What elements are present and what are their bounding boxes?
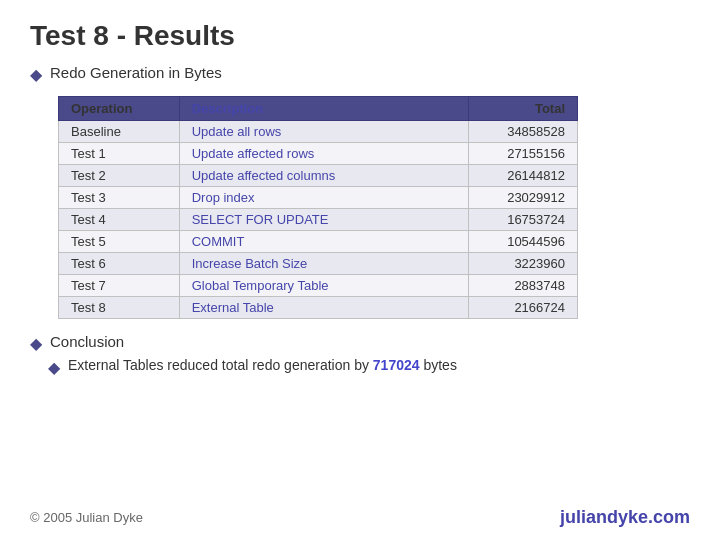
- bullet1-icon: ◆: [30, 65, 42, 84]
- footer: © 2005 Julian Dyke juliandyke.com: [30, 507, 690, 528]
- conclusion-inner: ◆ External Tables reduced total redo gen…: [48, 357, 690, 377]
- cell-total: 10544596: [469, 231, 578, 253]
- cell-operation: Test 8: [59, 297, 180, 319]
- cell-description: Update all rows: [179, 121, 469, 143]
- col-header-total: Total: [469, 97, 578, 121]
- bullet2-icon: ◆: [30, 334, 42, 353]
- conclusion-prefix: External Tables reduced total redo gener…: [68, 357, 373, 373]
- page-title: Test 8 - Results: [30, 20, 690, 52]
- cell-operation: Baseline: [59, 121, 180, 143]
- conclusion-outer: ◆ Conclusion: [30, 333, 690, 353]
- table-row: Test 2Update affected columns26144812: [59, 165, 578, 187]
- cell-operation: Test 2: [59, 165, 180, 187]
- footer-copyright: © 2005 Julian Dyke: [30, 510, 143, 525]
- cell-operation: Test 3: [59, 187, 180, 209]
- cell-total: 2883748: [469, 275, 578, 297]
- bullet2-section: ◆ Conclusion ◆ External Tables reduced t…: [30, 333, 690, 377]
- results-table: Operation Description Total BaselineUpda…: [58, 96, 578, 319]
- cell-description: Increase Batch Size: [179, 253, 469, 275]
- footer-website: juliandyke.com: [560, 507, 690, 528]
- cell-description: Drop index: [179, 187, 469, 209]
- table-row: Test 6Increase Batch Size3223960: [59, 253, 578, 275]
- table-row: Test 4SELECT FOR UPDATE16753724: [59, 209, 578, 231]
- cell-total: 16753724: [469, 209, 578, 231]
- table-row: Test 8External Table2166724: [59, 297, 578, 319]
- cell-total: 3223960: [469, 253, 578, 275]
- table-row: Test 5COMMIT10544596: [59, 231, 578, 253]
- cell-operation: Test 4: [59, 209, 180, 231]
- cell-total: 26144812: [469, 165, 578, 187]
- cell-operation: Test 6: [59, 253, 180, 275]
- bullet2-label: Conclusion: [50, 333, 124, 350]
- table-row: Test 1Update affected rows27155156: [59, 143, 578, 165]
- cell-total: 34858528: [469, 121, 578, 143]
- conclusion-suffix: bytes: [420, 357, 457, 373]
- cell-operation: Test 7: [59, 275, 180, 297]
- table-row: BaselineUpdate all rows34858528: [59, 121, 578, 143]
- page: Test 8 - Results ◆ Redo Generation in By…: [0, 0, 720, 540]
- cell-description: External Table: [179, 297, 469, 319]
- cell-operation: Test 1: [59, 143, 180, 165]
- table-row: Test 3Drop index23029912: [59, 187, 578, 209]
- cell-operation: Test 5: [59, 231, 180, 253]
- bullet1-label: Redo Generation in Bytes: [50, 64, 222, 81]
- bullet2-sub-icon: ◆: [48, 358, 60, 377]
- bullet1-section: ◆ Redo Generation in Bytes: [30, 64, 690, 84]
- data-table-container: Operation Description Total BaselineUpda…: [58, 96, 690, 319]
- table-row: Test 7Global Temporary Table2883748: [59, 275, 578, 297]
- conclusion-highlight: 717024: [373, 357, 420, 373]
- cell-total: 2166724: [469, 297, 578, 319]
- col-header-description: Description: [179, 97, 469, 121]
- cell-description: Update affected columns: [179, 165, 469, 187]
- cell-total: 27155156: [469, 143, 578, 165]
- cell-description: COMMIT: [179, 231, 469, 253]
- col-header-operation: Operation: [59, 97, 180, 121]
- conclusion-text: External Tables reduced total redo gener…: [68, 357, 457, 373]
- table-header-row: Operation Description Total: [59, 97, 578, 121]
- cell-description: SELECT FOR UPDATE: [179, 209, 469, 231]
- cell-description: Update affected rows: [179, 143, 469, 165]
- cell-total: 23029912: [469, 187, 578, 209]
- cell-description: Global Temporary Table: [179, 275, 469, 297]
